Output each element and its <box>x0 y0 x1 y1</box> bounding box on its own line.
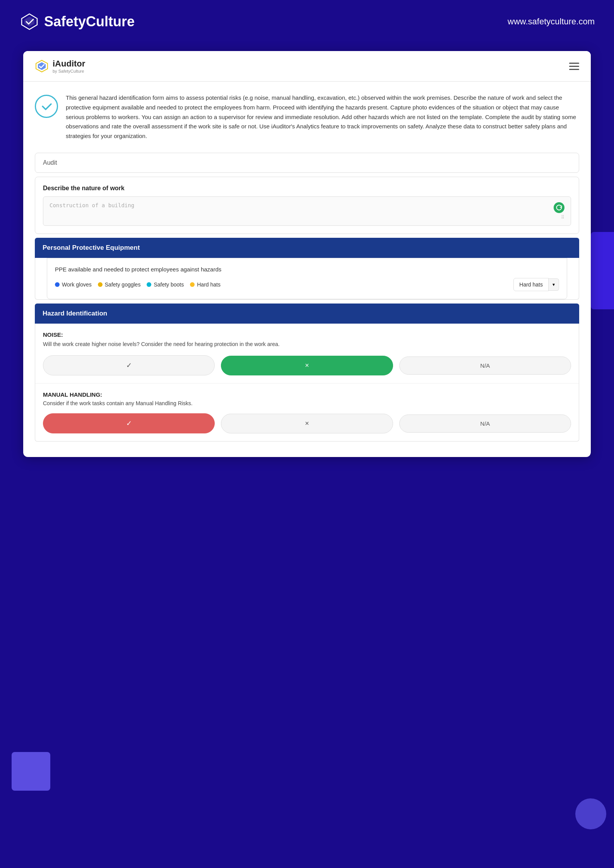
ppe-item-safety-goggles: Safety goggles <box>98 281 141 288</box>
manual-answer-yes[interactable]: ✓ <box>43 413 215 433</box>
hazard-section-content: NOISE: Will the work create higher noise… <box>35 324 579 442</box>
ppe-wrapper: Personal Protective Equipment PPE availa… <box>35 238 579 300</box>
dot-work-gloves <box>55 282 60 287</box>
logo-text: SafetyCulture <box>44 14 135 30</box>
manual-description: Consider if the work tasks contain any M… <box>43 400 571 406</box>
noise-answer-na[interactable]: N/A <box>399 356 571 375</box>
iauditor-logo-icon <box>35 59 49 73</box>
manual-answer-na[interactable]: N/A <box>399 414 571 433</box>
hamburger-line-2 <box>569 66 579 67</box>
noise-no-icon: × <box>305 362 309 370</box>
ppe-section: PPE available and needed to protect empl… <box>47 258 567 299</box>
ppe-item-hard-hats: Hard hats <box>190 281 221 288</box>
resize-handle: ⠿ <box>561 215 564 220</box>
dot-safety-boots <box>147 282 151 287</box>
noise-section: NOISE: Will the work create higher noise… <box>35 324 579 384</box>
refresh-button[interactable] <box>554 202 564 213</box>
noise-answer-buttons: ✓ × N/A <box>43 355 571 375</box>
checkmark-svg <box>40 100 53 113</box>
audit-label: Audit <box>43 159 57 166</box>
manual-section: MANUAL HANDLING: Consider if the work ta… <box>35 384 579 441</box>
manual-yes-icon: ✓ <box>126 419 132 428</box>
ppe-item-safety-boots: Safety boots <box>147 281 184 288</box>
ppe-section-header: Personal Protective Equipment <box>35 238 579 258</box>
card-bottom-padding <box>23 445 591 457</box>
manual-na-label: N/A <box>480 420 490 427</box>
ppe-items-list: Work gloves Safety goggles Safety boots <box>55 281 221 288</box>
hazard-section-header: Hazard Identification <box>35 304 579 324</box>
noise-answer-no[interactable]: × <box>221 356 393 375</box>
iauditor-name-block: iAuditor by SafetyCulture <box>53 59 85 73</box>
ppe-items-row: Work gloves Safety goggles Safety boots <box>55 278 559 291</box>
noise-description: Will the work create higher noise levels… <box>43 340 571 349</box>
noise-answer-yes[interactable]: ✓ <box>43 355 215 375</box>
dot-hard-hats <box>190 282 195 287</box>
card-header: iAuditor by SafetyCulture <box>23 51 591 82</box>
hamburger-line-1 <box>569 63 579 64</box>
top-header: SafetyCulture www.safetyculture.com <box>0 0 614 43</box>
manual-answer-no[interactable]: × <box>221 414 393 433</box>
description-section: This general hazard identification form … <box>23 82 591 149</box>
manual-no-icon: × <box>305 420 309 428</box>
ppe-item-work-gloves: Work gloves <box>55 281 92 288</box>
ppe-label-safety-goggles: Safety goggles <box>105 281 141 288</box>
dot-safety-goggles <box>98 282 103 287</box>
manual-title: MANUAL HANDLING: <box>43 391 571 398</box>
ppe-section-title: PPE available and needed to protect empl… <box>55 266 559 273</box>
hamburger-menu-button[interactable] <box>569 63 579 70</box>
manual-answer-buttons: ✓ × N/A <box>43 413 571 433</box>
noise-na-label: N/A <box>480 362 490 369</box>
work-input-area[interactable]: Construction of a building ⠿ <box>43 196 571 226</box>
work-section-label: Describe the nature of work <box>43 185 571 192</box>
noise-yes-icon: ✓ <box>126 361 132 370</box>
hardhats-dropdown-value: Hard hats <box>513 278 549 291</box>
iauditor-logo: iAuditor by SafetyCulture <box>35 59 85 73</box>
hardhats-dropdown-arrow[interactable]: ▾ <box>549 278 559 291</box>
bg-decoration-right <box>591 232 614 309</box>
hardhats-dropdown[interactable]: Hard hats ▾ <box>513 278 559 291</box>
work-section: Describe the nature of work Construction… <box>35 177 579 234</box>
work-input-placeholder: Construction of a building <box>50 202 134 208</box>
audit-section: Audit <box>35 153 579 173</box>
ppe-label-hard-hats: Hard hats <box>197 281 221 288</box>
ppe-label-safety-boots: Safety boots <box>154 281 184 288</box>
iauditor-title: iAuditor <box>53 59 85 69</box>
website-url: www.safetyculture.com <box>508 17 595 27</box>
check-circle-icon <box>35 95 58 118</box>
bg-decoration-bottom-right <box>575 798 606 829</box>
refresh-svg <box>556 205 562 211</box>
noise-title: NOISE: <box>43 331 571 338</box>
hamburger-line-3 <box>569 69 579 70</box>
iauditor-subtitle: by SafetyCulture <box>53 69 85 73</box>
safetyculture-logo-icon <box>19 12 39 32</box>
description-text: This general hazard identification form … <box>66 93 579 141</box>
hazard-wrapper: Hazard Identification NOISE: Will the wo… <box>35 304 579 442</box>
ppe-label-work-gloves: Work gloves <box>62 281 92 288</box>
bg-decoration-bottom-left <box>12 752 50 791</box>
ppe-section-content: PPE available and needed to protect empl… <box>35 258 579 300</box>
logo-area: SafetyCulture <box>19 12 135 32</box>
main-card: iAuditor by SafetyCulture This general h… <box>23 51 591 457</box>
